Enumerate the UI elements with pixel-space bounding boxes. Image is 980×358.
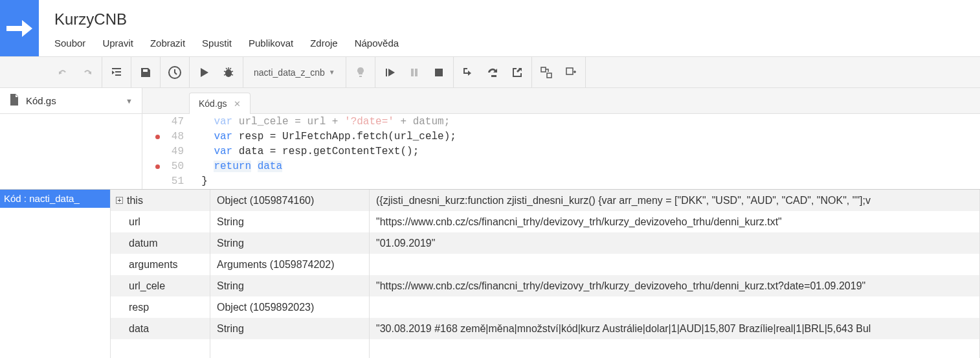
editor-tabs: Kód.gs ✕ [142,88,980,114]
var-value-cell [370,254,979,275]
file-icon [9,94,19,107]
step-over-icon[interactable] [485,65,500,80]
gutter-line[interactable]: 48 [142,129,184,144]
var-type-cell: Object (1059892023) [210,296,369,318]
undo-icon [55,65,71,80]
expand-icon[interactable]: + [116,197,123,204]
menu-item[interactable]: Zdroje [310,38,338,49]
editor-tab[interactable]: Kód.gs ✕ [189,93,251,114]
code-line[interactable]: var resp = UrlFetchApp.fetch(url_cele); [189,129,980,144]
redo-icon [80,65,95,80]
main-area: Kód.gs ▼ Kód.gs ✕ 4748495051 var url_cel… [0,88,980,190]
toolbar: nacti_data_z_cnb ▼ [0,57,980,88]
indent-icon[interactable] [109,65,124,80]
variables-table: +thisurldatumargumentsurl_celerespdata O… [110,190,980,358]
var-name-cell[interactable]: url [111,211,210,232]
run-icon[interactable] [196,65,212,80]
svg-rect-2 [435,69,443,76]
step-in-icon[interactable] [460,65,476,80]
file-panel: Kód.gs ▼ [0,88,142,189]
var-type-cell: String [210,232,369,254]
var-name-cell[interactable]: arguments [111,254,210,275]
var-name-cell[interactable]: resp [111,296,210,318]
function-selector[interactable]: nacti_data_z_cnb ▼ [250,67,339,78]
var-value-cell [370,296,979,318]
step-out-icon[interactable] [509,65,525,80]
save-icon[interactable] [138,65,153,80]
svg-rect-3 [541,67,546,72]
var-name-cell[interactable]: datum [111,232,210,254]
gutter-line[interactable]: 51 [142,174,184,189]
var-type-cell: String [210,275,369,296]
var-name-cell[interactable]: url_cele [111,275,210,296]
var-name-column: +thisurldatumargumentsurl_celerespdata [111,190,210,358]
gutter-line[interactable]: 49 [142,144,184,159]
code-editor[interactable]: 4748495051 var url_cele = url + '?date='… [142,114,980,189]
editor-panel: Kód.gs ✕ 4748495051 var url_cele = url +… [142,88,980,189]
svg-point-1 [225,69,232,77]
tab-close-icon[interactable]: ✕ [234,99,241,109]
gutter-line[interactable]: 50 [142,159,184,174]
file-menu-caret-icon[interactable]: ▼ [126,97,133,105]
var-type-column: Object (1059874160)StringStringArguments… [210,190,370,358]
debug-icon[interactable] [221,65,236,80]
var-type-cell: String [210,318,369,339]
menu-item[interactable]: Zobrazit [150,38,185,49]
stack-frame[interactable]: Kód : nacti_data_ [0,190,110,208]
pause-icon [406,65,422,80]
var-type-cell: Object (1059874160) [210,190,369,211]
var-name-cell[interactable]: +this [111,190,210,211]
menu-item[interactable]: Soubor [54,38,85,49]
app-header: KurzyCNB SouborUpravitZobrazitSpustitPub… [0,0,980,57]
code-line[interactable]: return data [189,159,980,174]
function-selector-label: nacti_data_z_cnb [254,67,325,78]
tab-label: Kód.gs [199,98,227,109]
breakpoint-dot[interactable] [155,164,160,169]
var-name-cell[interactable]: data [111,318,210,339]
continue-icon[interactable] [382,65,397,80]
var-type-cell: Arguments (1059874202) [210,254,369,275]
lightbulb-icon [353,65,368,80]
caret-down-icon: ▼ [329,69,335,76]
logo-arrow-icon[interactable] [0,0,39,56]
var-value-cell: ({zjisti_dnesni_kurz:function zjisti_dne… [370,190,979,211]
var-value-cell: "30.08.2019 #168 země|měna|množství|kód|… [370,318,979,339]
stop-icon[interactable] [431,65,447,80]
gutter-line[interactable]: 47 [142,115,184,129]
menu-item[interactable]: Publikovat [249,38,293,49]
breakpoints-icon[interactable] [539,65,554,80]
var-value-cell: "01.09.2019" [370,232,979,254]
project-title[interactable]: KurzyCNB [54,0,980,28]
var-value-column: ({zjisti_dnesni_kurz:function zjisti_dne… [370,190,980,358]
menu-item[interactable]: Spustit [202,38,232,49]
file-item[interactable]: Kód.gs ▼ [0,88,142,114]
debug-panel: Kód : nacti_data_ +thisurldatumarguments… [0,190,980,358]
menu-item[interactable]: Nápověda [355,38,399,49]
var-value-cell: "https://www.cnb.cz/cs/financni_trhy/dev… [370,275,979,296]
svg-rect-5 [566,68,573,74]
svg-rect-4 [547,73,551,78]
breakpoint-dot[interactable] [155,135,160,139]
call-stack: Kód : nacti_data_ [0,190,110,358]
code-line[interactable]: var data = resp.getContentText(); [189,144,980,159]
clear-breakpoints-icon[interactable] [563,65,579,80]
code-line[interactable]: } [189,174,980,189]
code-line[interactable]: var url_cele = url + '?date=' + datum; [189,115,980,129]
file-name-label: Kód.gs [26,95,56,106]
var-type-cell: String [210,211,369,232]
triggers-icon[interactable] [167,65,183,80]
code-content[interactable]: var url_cele = url + '?date=' + datum; v… [189,115,980,189]
line-gutter[interactable]: 4748495051 [142,115,189,189]
var-value-cell: "https://www.cnb.cz/cs/financni_trhy/dev… [370,211,979,232]
menu-item[interactable]: Upravit [102,38,133,49]
menu-bar: SouborUpravitZobrazitSpustitPublikovatZd… [54,28,980,49]
